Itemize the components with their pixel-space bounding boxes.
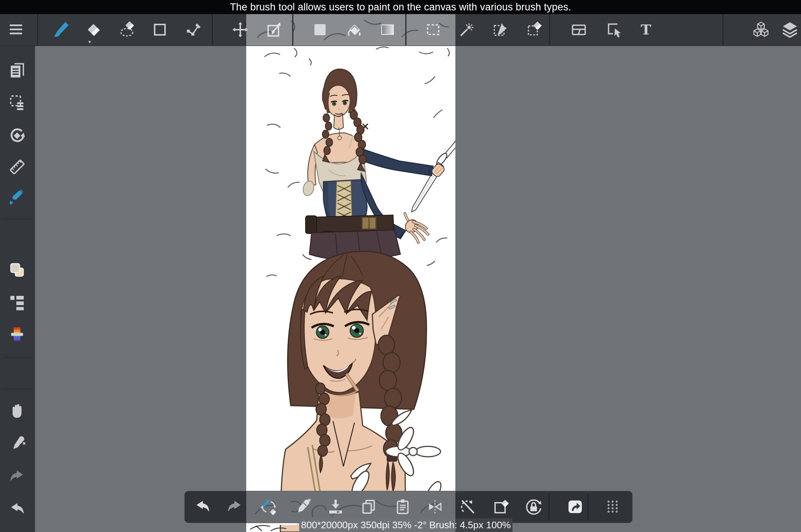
transform-tool-icon[interactable] [265, 21, 283, 39]
figure-fullbody [301, 69, 455, 260]
notification-text: The brush tool allows users to paint on … [230, 1, 571, 13]
eyedropper-icon[interactable] [8, 435, 26, 453]
rotation-lock-button[interactable] [525, 498, 543, 516]
notification-bar: The brush tool allows users to paint on … [0, 0, 801, 14]
drawing-canvas[interactable] [246, 14, 455, 532]
redo-icon[interactable] [8, 467, 26, 485]
select-options-icon[interactable] [8, 93, 26, 111]
hamburger-menu-icon[interactable] [7, 21, 25, 39]
sidebar-divider [3, 389, 31, 389]
paint-bucket-tool-icon[interactable] [345, 21, 363, 39]
layers-icon[interactable] [781, 21, 799, 39]
flip-horizontal-button[interactable] [426, 498, 444, 516]
toolbar-divider [292, 14, 293, 46]
toolbar-divider [405, 14, 406, 46]
lasso-eraser-tool-icon[interactable] [119, 21, 136, 39]
redo-button[interactable] [226, 498, 244, 516]
reset-rotation-icon[interactable] [8, 126, 26, 144]
sidebar-divider [3, 357, 31, 358]
text-tool-icon[interactable]: T [637, 21, 655, 39]
ruler-icon[interactable] [8, 158, 26, 176]
curve-pen-tool-icon[interactable] [185, 21, 202, 39]
magic-wand-tool-icon[interactable] [458, 21, 476, 39]
panel-layout-icon[interactable] [570, 21, 588, 39]
hand-tool-icon[interactable] [8, 403, 26, 420]
undo-button[interactable] [194, 498, 211, 516]
svg-text:T: T [641, 21, 651, 38]
paste-button[interactable] [394, 498, 412, 516]
select-pen-tool-icon[interactable] [491, 21, 509, 39]
undo-icon[interactable] [8, 500, 26, 518]
fill-rect-tool-icon[interactable] [311, 21, 329, 39]
rotate-disabled-button[interactable] [459, 498, 477, 516]
toolbar-divider [722, 14, 723, 46]
grid-dots-handle[interactable] [604, 498, 622, 516]
pages-icon[interactable] [8, 62, 26, 79]
marquee-select-tool-icon[interactable] [424, 21, 442, 39]
gradient-tool-icon[interactable] [379, 21, 396, 39]
brush-tool-icon[interactable] [52, 21, 70, 39]
color-swatches-icon[interactable] [8, 261, 26, 279]
toolbar-divider [587, 494, 589, 520]
copy-button[interactable] [360, 498, 378, 516]
paint-app-window: T ▾ [0, 0, 801, 532]
toolbar-divider [37, 14, 38, 46]
chevron-down-icon: ▾ [88, 39, 91, 45]
shape-rect-tool-icon[interactable] [151, 21, 169, 39]
save-button[interactable] [327, 498, 345, 516]
share-button[interactable] [566, 498, 584, 516]
toolbar-divider [212, 14, 213, 46]
status-text: 800*20000px 350dpi 35% -2° Brush: 4.5px … [299, 518, 512, 532]
select-cursor-icon[interactable] [605, 21, 623, 39]
move-tool-icon[interactable] [231, 21, 249, 39]
eraser-tool-icon[interactable] [85, 21, 102, 39]
left-sidebar [0, 46, 35, 532]
color-picker-icon[interactable] [8, 326, 26, 343]
eyedropper-pen-button[interactable] [293, 498, 311, 516]
toolbar-divider [549, 14, 550, 46]
top-toolbar: T ▾ [0, 14, 801, 46]
clear-button[interactable] [492, 498, 510, 516]
sidebar-divider [3, 219, 31, 219]
canvas-artwork [246, 14, 455, 532]
toolbar-divider [548, 494, 550, 520]
select-eraser-tool-icon[interactable] [525, 21, 543, 39]
paint-tube-icon[interactable] [8, 188, 26, 205]
brush-eraser-toggle[interactable] [260, 498, 277, 516]
brush-list-icon[interactable] [8, 293, 26, 310]
status-tooltip: 800*20000px 350dpi 35% -2° Brush: 4.5px … [299, 518, 512, 532]
materials-icon[interactable] [752, 21, 770, 39]
